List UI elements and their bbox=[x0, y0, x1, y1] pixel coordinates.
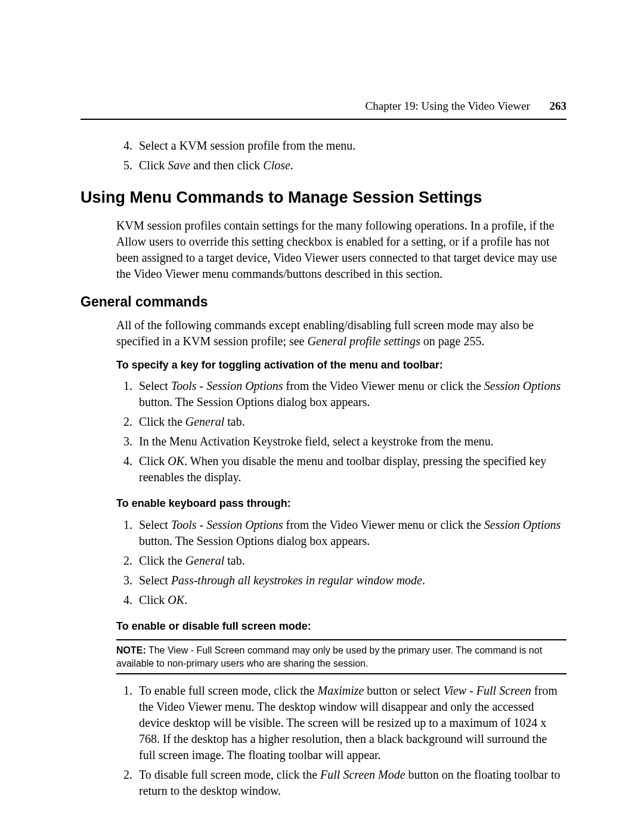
emphasis: View - Full Screen bbox=[444, 684, 531, 697]
step-text: . bbox=[290, 159, 293, 172]
text: Click bbox=[139, 593, 168, 606]
list-item: Select Tools - Session Options from the … bbox=[135, 517, 566, 549]
list-item: In the Menu Activation Keystroke field, … bbox=[135, 433, 566, 450]
text: Click the bbox=[139, 415, 185, 428]
text: To enable full screen mode, click the bbox=[139, 684, 318, 697]
subheading: To enable or disable full screen mode: bbox=[116, 619, 566, 633]
emphasis: Session Options bbox=[484, 379, 561, 392]
text: tab. bbox=[224, 415, 244, 428]
emphasis: General bbox=[185, 415, 225, 428]
list-item: Select a KVM session profile from the me… bbox=[135, 138, 566, 154]
text: Select bbox=[139, 379, 171, 392]
emphasis: OK bbox=[168, 454, 184, 467]
text: button. The Session Options dialog box a… bbox=[139, 395, 370, 408]
emphasis: General bbox=[185, 554, 225, 567]
text: tab. bbox=[224, 554, 244, 567]
text: from the Video Viewer menu or click the bbox=[283, 379, 484, 392]
text: In the Menu Activation Keystroke field, … bbox=[139, 435, 494, 448]
step-text: and then click bbox=[190, 159, 263, 172]
running-header: Chapter 19: Using the Video Viewer 263 bbox=[80, 98, 566, 114]
body-paragraph: All of the following commands except ena… bbox=[116, 317, 566, 349]
text: button. The Session Options dialog box a… bbox=[139, 534, 370, 547]
emphasis: Session Options bbox=[484, 518, 561, 531]
heading-1: Using Menu Commands to Manage Session Se… bbox=[80, 187, 566, 208]
text: . When you disable the menu and toolbar … bbox=[139, 454, 546, 484]
text: . bbox=[422, 574, 425, 587]
emphasis: Tools - Session Options bbox=[171, 518, 283, 531]
list-item: Click OK. When you disable the menu and … bbox=[135, 453, 566, 485]
page-number: 263 bbox=[550, 100, 567, 112]
emphasis: Maximize bbox=[318, 684, 364, 697]
ordered-list: Select Tools - Session Options from the … bbox=[80, 378, 566, 485]
text: To disable full screen mode, click the bbox=[139, 768, 320, 781]
list-item: To disable full screen mode, click the F… bbox=[135, 767, 566, 799]
note-label: NOTE: bbox=[116, 645, 146, 655]
list-item: Click Save and then click Close. bbox=[135, 157, 566, 174]
list-item: Click the General tab. bbox=[135, 414, 566, 430]
text: from the Video Viewer menu or click the bbox=[283, 518, 484, 531]
emphasis: General profile settings bbox=[307, 335, 420, 348]
note-box: NOTE: The View - Full Screen command may… bbox=[116, 639, 566, 674]
text: Select bbox=[139, 574, 171, 587]
list-item: Click OK. bbox=[135, 592, 566, 608]
text: Click the bbox=[139, 554, 185, 567]
emphasis: Save bbox=[168, 159, 190, 172]
emphasis: Full Screen Mode bbox=[320, 768, 405, 781]
subheading: To specify a key for toggling activation… bbox=[116, 358, 566, 372]
heading-2: General commands bbox=[80, 293, 566, 311]
text: . bbox=[184, 593, 187, 606]
emphasis: Tools - Session Options bbox=[171, 379, 283, 392]
list-item: Click the General tab. bbox=[135, 553, 566, 569]
header-rule bbox=[80, 119, 566, 120]
chapter-label: Chapter 19: Using the Video Viewer bbox=[366, 100, 530, 112]
list-item: Select Pass-through all keystrokes in re… bbox=[135, 572, 566, 589]
emphasis: Close bbox=[263, 159, 290, 172]
page: Chapter 19: Using the Video Viewer 263 S… bbox=[0, 0, 644, 799]
ordered-list: Select Tools - Session Options from the … bbox=[80, 517, 566, 608]
emphasis: Pass-through all keystrokes in regular w… bbox=[171, 574, 422, 587]
step-text: Select a KVM session profile from the me… bbox=[139, 139, 355, 152]
emphasis: OK bbox=[168, 593, 184, 606]
subheading: To enable keyboard pass through: bbox=[116, 496, 566, 510]
text: Select bbox=[139, 518, 171, 531]
intro-step-list: Select a KVM session profile from the me… bbox=[80, 138, 566, 174]
list-item: Select Tools - Session Options from the … bbox=[135, 378, 566, 410]
text: on page 255. bbox=[420, 335, 485, 348]
step-text: Click bbox=[139, 159, 168, 172]
body-paragraph: KVM session profiles contain settings fo… bbox=[116, 218, 566, 282]
note-text: The View - Full Screen command may only … bbox=[116, 645, 542, 668]
text: Click bbox=[139, 454, 168, 467]
text: button or select bbox=[364, 684, 443, 697]
ordered-list: To enable full screen mode, click the Ma… bbox=[80, 683, 566, 799]
list-item: To enable full screen mode, click the Ma… bbox=[135, 683, 566, 763]
